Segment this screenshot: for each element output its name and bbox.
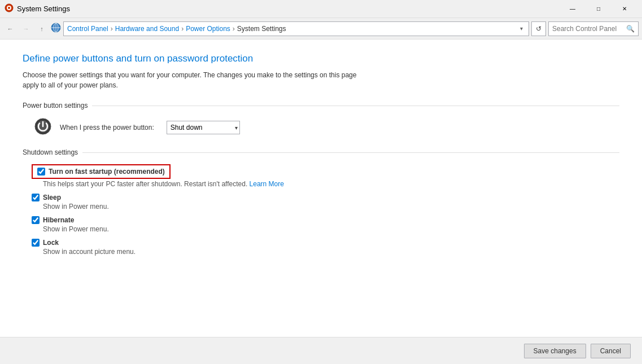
breadcrumb-item-power[interactable]: Power Options [186,25,230,33]
sleep-row: Sleep [32,194,619,201]
shutdown-section-title: Shutdown settings [23,148,619,156]
up-button[interactable]: ↑ [35,22,49,36]
title-bar: System Settings — □ ✕ [0,0,642,18]
breadcrumb-item-hardware[interactable]: Hardware and Sound [115,25,179,33]
refresh-button[interactable]: ↺ [531,21,546,36]
fast-startup-checkbox[interactable] [37,168,45,176]
page-description: Choose the power settings that you want … [23,70,373,90]
fast-startup-label: Turn on fast startup (recommended) [49,168,165,176]
save-changes-button[interactable]: Save changes [524,344,586,358]
nav-globe-icon [51,23,61,35]
page-heading: Define power buttons and turn on passwor… [23,53,619,64]
lock-label: Lock [43,239,59,247]
power-button-label: When I press the power button: [60,124,154,131]
fast-startup-desc: This helps start your PC faster after sh… [43,180,619,188]
power-button-section-title: Power button settings [23,102,619,109]
search-icon: 🔍 [626,25,635,33]
checkbox-group: Turn on fast startup (recommended) This … [23,164,619,256]
maximize-button[interactable]: □ [586,0,612,18]
search-input[interactable] [552,25,626,33]
hibernate-desc: Show in Power menu. [43,225,619,233]
lock-checkbox[interactable] [32,239,40,247]
close-button[interactable]: ✕ [612,0,637,18]
forward-button[interactable]: → [19,22,33,36]
breadcrumb: Control Panel › Hardware and Sound › Pow… [63,21,529,36]
fast-startup-highlight: Turn on fast startup (recommended) [32,164,171,179]
shutdown-section: Shutdown settings Turn on fast startup (… [23,148,619,256]
title-bar-title: System Settings [17,5,70,13]
cancel-button[interactable]: Cancel [591,344,631,358]
svg-point-2 [8,7,10,9]
lock-row: Lock [32,239,619,247]
content-area: Define power buttons and turn on passwor… [0,40,642,337]
app-icon [5,3,14,14]
footer: Save changes Cancel [0,337,642,364]
sleep-checkbox[interactable] [32,194,40,201]
breadcrumb-item-control-panel[interactable]: Control Panel [67,25,108,33]
breadcrumb-dropdown-button[interactable]: ▾ [518,24,525,33]
breadcrumb-sep-1: › [111,25,113,33]
hibernate-item: Hibernate Show in Power menu. [32,216,619,233]
main-container: Define power buttons and turn on passwor… [0,40,642,364]
sleep-label: Sleep [43,194,61,201]
breadcrumb-sep-2: › [181,25,184,33]
sleep-item: Sleep Show in Power menu. [32,194,619,210]
breadcrumb-sep-3: › [233,25,235,33]
minimize-button[interactable]: — [560,0,586,18]
search-box: 🔍 [548,21,639,36]
back-button[interactable]: ← [3,22,17,36]
learn-more-link[interactable]: Learn More [250,180,284,188]
lock-desc: Show in account picture menu. [43,248,619,256]
power-button-row: When I press the power button: Shut down… [23,117,619,137]
fast-startup-item: Turn on fast startup (recommended) This … [32,164,619,188]
hibernate-label: Hibernate [43,216,74,224]
power-button-dropdown-wrapper: Shut down Do nothing Sleep Hibernate Tur… [167,121,240,134]
hibernate-row: Hibernate [32,216,619,224]
title-bar-left: System Settings [5,3,70,14]
breadcrumb-item-system-settings: System Settings [237,25,286,33]
sleep-desc: Show in Power menu. [43,203,619,210]
title-bar-controls: — □ ✕ [560,0,637,18]
power-icon [34,117,52,137]
hibernate-checkbox[interactable] [32,216,40,224]
lock-item: Lock Show in account picture menu. [32,239,619,256]
power-button-dropdown[interactable]: Shut down Do nothing Sleep Hibernate Tur… [167,121,240,134]
address-bar: ← → ↑ Control Panel › Hardware and Sound… [0,18,642,40]
